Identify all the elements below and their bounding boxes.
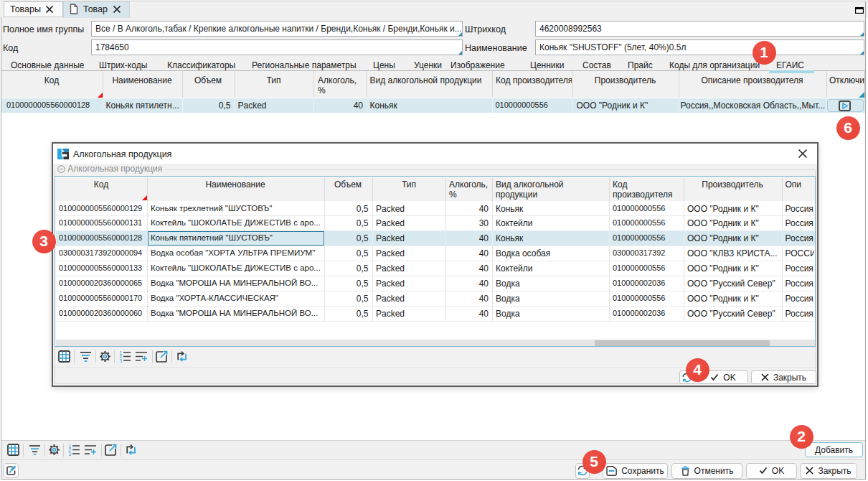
- svg-text:3: 3: [120, 358, 123, 363]
- svg-text:3: 3: [69, 452, 72, 457]
